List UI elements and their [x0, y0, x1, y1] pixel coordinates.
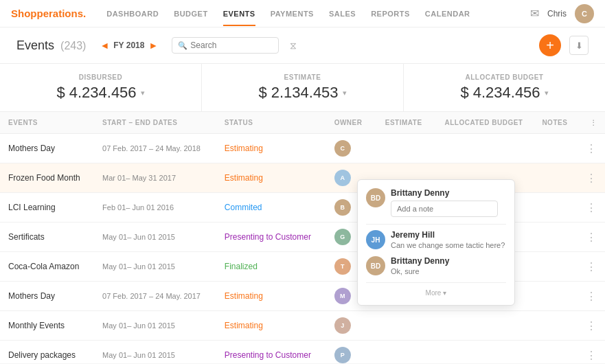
filter-icon[interactable]: ⧖ [290, 40, 297, 52]
event-notes-cell [531, 252, 575, 282]
row-actions-icon[interactable]: ⋮ [586, 261, 597, 273]
event-dates-cell: May 01– Jun 01 2015 [94, 311, 216, 341]
allocated-label: ALLOCATED BUDGET [420, 73, 589, 81]
search-box: 🔍 [172, 37, 279, 54]
event-actions-cell: ⋮ [575, 341, 605, 364]
fy-prev-button[interactable]: ◄ [100, 40, 109, 51]
event-dates-cell: 07 Feb. 2017 – 24 May. 2017 [94, 282, 216, 311]
row-actions-icon[interactable]: ⋮ [586, 231, 597, 243]
disbursed-caret[interactable]: ▾ [141, 89, 145, 98]
event-notes-cell [531, 311, 575, 341]
col-status: STATUS [216, 112, 326, 134]
event-name-cell: Mothers Day [0, 282, 94, 311]
event-notes-cell [531, 223, 575, 252]
event-dates-cell: 07 Feb. 2017 – 24 May. 2018 [94, 134, 216, 163]
popup-row-3: BD Brittany Denny Ok, sure [366, 256, 506, 275]
owner-avatar: M [334, 288, 351, 304]
estimate-label: ESTIMATE [218, 73, 387, 81]
table-row[interactable]: Monthly Events May 01– Jun 01 2015 Estim… [0, 311, 605, 341]
col-owner: OWNER [326, 112, 374, 134]
row-actions-icon[interactable]: ⋮ [586, 172, 597, 184]
table-row[interactable]: Mothers Day 07 Feb. 2017 – 24 May. 2018 … [0, 134, 605, 163]
event-status-cell: Presenting to Customer [216, 223, 326, 252]
nav-payments[interactable]: PAYMENTS [271, 1, 314, 26]
event-actions-cell: ⋮ [575, 134, 605, 163]
allocated-value: $ 4.234.456 ▾ [420, 84, 589, 102]
col-estimate: ESTIMATE [374, 112, 431, 134]
row-actions-icon[interactable]: ⋮ [586, 320, 597, 332]
popup-avatar-2: JH [366, 230, 385, 249]
nav-budget[interactable]: BUDGET [174, 1, 207, 26]
event-status-cell: Estimating [216, 134, 326, 163]
row-actions-icon[interactable]: ⋮ [586, 291, 597, 302]
event-actions-cell: ⋮ [575, 282, 605, 311]
owner-avatar: T [334, 258, 351, 275]
estimate-card: ESTIMATE $ 2.134.453 ▾ [202, 64, 404, 111]
estimate-caret[interactable]: ▾ [343, 89, 347, 98]
event-dates-cell: May 01– Jun 01 2015 [94, 252, 216, 282]
event-estimate-cell [374, 311, 431, 341]
popup-user1-name: Brittany Denny [391, 188, 498, 198]
user-avatar[interactable]: C [575, 4, 594, 23]
event-notes-cell [531, 163, 575, 193]
event-dates-cell: May 01– Jun 01 2015 [94, 223, 216, 252]
owner-avatar: P [334, 347, 351, 363]
event-name-cell: Frozen Food Month [0, 163, 94, 193]
event-name-cell: Delivery packages [0, 341, 94, 364]
event-allocated-cell [431, 311, 532, 341]
popup-user3-msg: Ok, sure [391, 267, 449, 275]
col-notes: NOTES [531, 112, 575, 134]
event-name-cell: Sertificats [0, 223, 94, 252]
popup-row-2: JH Jeremy Hill Can we change some tactic… [366, 230, 506, 249]
event-estimate-cell [374, 134, 431, 163]
popup-row-1: BD Brittany Denny [366, 188, 506, 217]
nav-sales[interactable]: SALES [329, 1, 356, 26]
disbursed-value: $ 4.234.456 ▾ [16, 84, 185, 102]
page-title: Events (243) [16, 38, 86, 53]
event-notes-cell [531, 282, 575, 311]
nav-reports[interactable]: REPORTS [371, 1, 410, 26]
download-button[interactable]: ⬇ [569, 36, 589, 55]
mail-icon[interactable]: ✉ [530, 7, 539, 20]
owner-avatar: J [334, 317, 351, 334]
nav-dashboard[interactable]: DASHBOARD [106, 1, 159, 26]
event-name-cell: LCI Learning [0, 193, 94, 223]
event-actions-cell: ⋮ [575, 311, 605, 341]
row-actions-icon[interactable]: ⋮ [586, 202, 597, 214]
events-table-container: EVENTS START – END DATES STATUS OWNER ES… [0, 112, 605, 363]
popup-user2-name: Jeremy Hill [391, 230, 505, 240]
row-actions-icon[interactable]: ⋮ [586, 350, 597, 361]
popup-more-button[interactable]: More ▾ [366, 288, 506, 297]
col-events: EVENTS [0, 112, 94, 134]
notes-popup: BD Brittany Denny JH Jeremy Hill Can we … [357, 179, 515, 306]
event-allocated-cell [431, 341, 532, 364]
allocated-caret[interactable]: ▾ [545, 89, 549, 98]
popup-note-input[interactable] [391, 201, 498, 217]
allocated-card: ALLOCATED BUDGET $ 4.234.456 ▾ [404, 64, 605, 111]
event-dates-cell: Mar 01– May 31 2017 [94, 163, 216, 193]
event-owner-cell: P [326, 341, 374, 364]
nav-right-section: ✉ Chris C [530, 4, 594, 23]
owner-avatar: G [334, 229, 351, 245]
event-name-cell: Monthly Events [0, 311, 94, 341]
add-event-button[interactable]: + [539, 34, 561, 56]
popup-avatar-1: BD [366, 188, 385, 207]
event-status-cell: Estimating [216, 282, 326, 311]
event-name-cell: Mothers Day [0, 134, 94, 163]
brand-logo: Shopperations. [11, 8, 86, 19]
page-header: Events (243) ◄ FY 2018 ► 🔍 ⧖ + ⬇ [0, 27, 605, 64]
event-name-cell: Coca-Cola Amazon [0, 252, 94, 282]
table-row[interactable]: Delivery packages May 01– Jun 01 2015 Pr… [0, 341, 605, 364]
brand-name: Shopperations [11, 8, 83, 19]
nav-events[interactable]: EVENTS [223, 1, 255, 26]
search-input[interactable] [190, 41, 273, 50]
event-status-cell: Estimating [216, 163, 326, 193]
fy-next-button[interactable]: ► [148, 40, 158, 51]
summary-row: DISBURSED $ 4.234.456 ▾ ESTIMATE $ 2.134… [0, 64, 605, 112]
popup-divider-1 [366, 224, 506, 225]
fy-year-label: FY 2018 [113, 41, 144, 50]
row-actions-icon[interactable]: ⋮ [586, 143, 597, 155]
event-actions-cell: ⋮ [575, 252, 605, 282]
col-allocated: ALLOCATED BUDGET [431, 112, 532, 134]
nav-calendar[interactable]: CALENDAR [425, 1, 470, 26]
